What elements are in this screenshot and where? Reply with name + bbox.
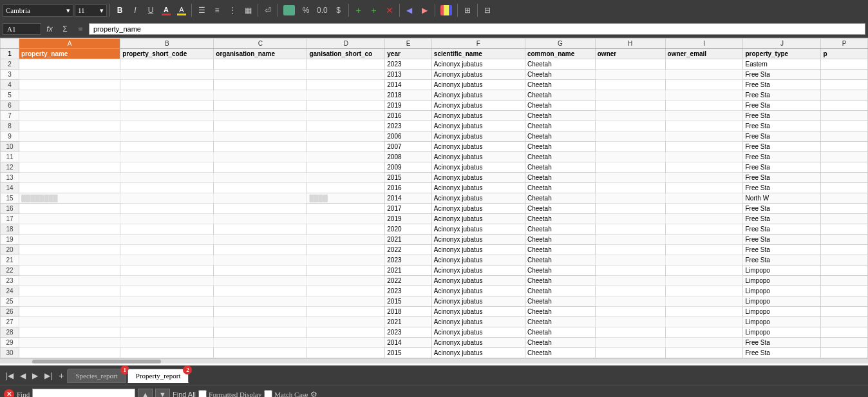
col-header-E[interactable]: E xyxy=(385,39,432,49)
cell-H3[interactable] xyxy=(595,70,665,80)
cell-A14[interactable] xyxy=(19,183,120,193)
cell-H5[interactable] xyxy=(595,90,665,101)
cell-B18[interactable] xyxy=(120,224,214,235)
cell-A18[interactable] xyxy=(19,224,120,235)
find-all-button[interactable]: Find All xyxy=(173,391,196,397)
cell-I18[interactable] xyxy=(665,224,743,235)
cell-B5[interactable] xyxy=(120,90,214,101)
cell-H28[interactable] xyxy=(595,327,665,338)
cell-B3[interactable] xyxy=(120,70,214,80)
cell-D14[interactable] xyxy=(307,183,385,193)
cell-J13[interactable]: Free Sta xyxy=(743,173,821,183)
cell-E12[interactable]: 2009 xyxy=(385,162,432,173)
cell-D6[interactable] xyxy=(307,101,385,111)
cell-H15[interactable] xyxy=(595,193,665,204)
cell-K24[interactable] xyxy=(821,286,868,296)
col-header-J[interactable]: J xyxy=(743,39,821,49)
cell-B12[interactable] xyxy=(120,162,214,173)
cell-G25[interactable]: Cheetah xyxy=(525,296,595,307)
cell-H30[interactable] xyxy=(595,348,665,358)
cell-C9[interactable] xyxy=(214,131,307,142)
cell-E6[interactable]: 2019 xyxy=(385,101,432,111)
cell-B4[interactable] xyxy=(120,80,214,90)
cell-C11[interactable] xyxy=(214,152,307,162)
cell-C20[interactable] xyxy=(214,245,307,255)
cell-C13[interactable] xyxy=(214,173,307,183)
cell-F6[interactable]: Acinonyx jubatus xyxy=(431,101,525,111)
cell-E7[interactable]: 2016 xyxy=(385,111,432,121)
cell-I21[interactable] xyxy=(665,255,743,266)
cell-J20[interactable]: Free Sta xyxy=(743,245,821,255)
cell-D2[interactable] xyxy=(307,59,385,70)
cell-D27[interactable] xyxy=(307,317,385,327)
cell-F14[interactable]: Acinonyx jubatus xyxy=(431,183,525,193)
find-down-button[interactable]: ▼ xyxy=(155,389,170,397)
cell-D19[interactable] xyxy=(307,235,385,245)
cell-B13[interactable] xyxy=(120,173,214,183)
cell-A15[interactable]: ████████ xyxy=(19,193,120,204)
cell-F5[interactable]: Acinonyx jubatus xyxy=(431,90,525,101)
cell-G4[interactable]: Cheetah xyxy=(525,80,595,90)
cell-K6[interactable] xyxy=(821,101,868,111)
col-header-G[interactable]: G xyxy=(525,39,595,49)
cell-J23[interactable]: Limpopo xyxy=(743,276,821,286)
cell-K14[interactable] xyxy=(821,183,868,193)
cell-G2[interactable]: Cheetah xyxy=(525,59,595,70)
cell-C7[interactable] xyxy=(214,111,307,121)
cell-K11[interactable] xyxy=(821,152,868,162)
cell-D26[interactable] xyxy=(307,307,385,317)
cell-E17[interactable]: 2019 xyxy=(385,214,432,224)
cell-J5[interactable]: Free Sta xyxy=(743,90,821,101)
cell-F3[interactable]: Acinonyx jubatus xyxy=(431,70,525,80)
cell-K4[interactable] xyxy=(821,80,868,90)
cell-D13[interactable] xyxy=(307,173,385,183)
cell-G1[interactable]: common_name xyxy=(525,49,595,59)
cell-C19[interactable] xyxy=(214,235,307,245)
cell-K2[interactable] xyxy=(821,59,868,70)
cell-E26[interactable]: 2018 xyxy=(385,307,432,317)
cell-A20[interactable] xyxy=(19,245,120,255)
cell-G24[interactable]: Cheetah xyxy=(525,286,595,296)
cell-A5[interactable] xyxy=(19,90,120,101)
cell-F10[interactable]: Acinonyx jubatus xyxy=(431,142,525,152)
find-options-button[interactable]: ⚙ xyxy=(310,390,317,397)
cell-F9[interactable]: Acinonyx jubatus xyxy=(431,131,525,142)
cell-D22[interactable] xyxy=(307,266,385,276)
cell-H24[interactable] xyxy=(595,286,665,296)
cell-B24[interactable] xyxy=(120,286,214,296)
cell-A23[interactable] xyxy=(19,276,120,286)
cell-G27[interactable]: Cheetah xyxy=(525,317,595,327)
cell-E14[interactable]: 2016 xyxy=(385,183,432,193)
cell-D15[interactable]: ████ xyxy=(307,193,385,204)
cell-G18[interactable]: Cheetah xyxy=(525,224,595,235)
cell-K15[interactable] xyxy=(821,193,868,204)
cell-A17[interactable] xyxy=(19,214,120,224)
tab-first-button[interactable]: |◀ xyxy=(3,370,17,382)
cell-J22[interactable]: Limpopo xyxy=(743,266,821,276)
cell-B9[interactable] xyxy=(120,131,214,142)
sheet-view-button[interactable]: ⊟ xyxy=(480,3,495,17)
cell-H12[interactable] xyxy=(595,162,665,173)
underline-button[interactable]: U xyxy=(144,3,158,17)
cell-J3[interactable]: Free Sta xyxy=(743,70,821,80)
cell-A12[interactable] xyxy=(19,162,120,173)
cell-I4[interactable] xyxy=(665,80,743,90)
cell-J28[interactable]: Limpopo xyxy=(743,327,821,338)
add-row-button[interactable]: + xyxy=(352,3,366,17)
cell-F28[interactable]: Acinonyx jubatus xyxy=(431,327,525,338)
sheet-tab-species[interactable]: Species_report 1 xyxy=(67,369,126,383)
cell-H20[interactable] xyxy=(595,245,665,255)
cell-H13[interactable] xyxy=(595,173,665,183)
cell-J30[interactable]: Free Sta xyxy=(743,348,821,358)
cell-A13[interactable] xyxy=(19,173,120,183)
cell-G22[interactable]: Cheetah xyxy=(525,266,595,276)
cell-H23[interactable] xyxy=(595,276,665,286)
cell-F19[interactable]: Acinonyx jubatus xyxy=(431,235,525,245)
cell-H29[interactable] xyxy=(595,338,665,348)
cell-B20[interactable] xyxy=(120,245,214,255)
cell-D12[interactable] xyxy=(307,162,385,173)
cell-H18[interactable] xyxy=(595,224,665,235)
cell-F16[interactable]: Acinonyx jubatus xyxy=(431,204,525,214)
cell-G3[interactable]: Cheetah xyxy=(525,70,595,80)
cell-H22[interactable] xyxy=(595,266,665,276)
